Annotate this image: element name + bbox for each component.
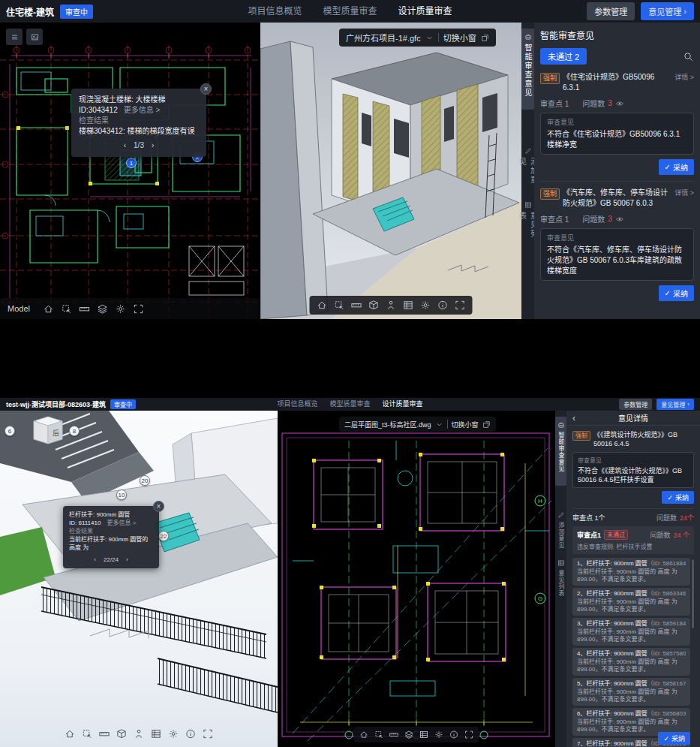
next-icon[interactable]: ›	[126, 556, 128, 564]
cad-drawing[interactable]	[0, 23, 260, 319]
search-icon[interactable]	[683, 51, 694, 62]
cad-viewport[interactable]: H G 二层平面图_t3-标高社区.dwg 切换小窗	[278, 411, 555, 747]
section-cube-icon[interactable]	[368, 300, 380, 311]
section-cube-icon[interactable]	[116, 728, 128, 739]
sheet-views-button[interactable]	[26, 29, 43, 45]
fullscreen-icon[interactable]	[455, 300, 466, 311]
tab-add-opinion[interactable]: 添加意见	[521, 143, 534, 191]
back-icon[interactable]: ‹	[572, 413, 575, 423]
chevron-down-icon[interactable]	[425, 34, 434, 42]
tab-project-info[interactable]: 项目信息概览	[248, 0, 302, 23]
layers-icon[interactable]	[97, 303, 108, 315]
drawing-file-name[interactable]: 二层平面图_t3-标高社区.dwg	[344, 420, 431, 429]
walkthrough-person-icon[interactable]	[386, 300, 397, 311]
tab-project-info[interactable]: 项目信息概览	[277, 398, 317, 411]
cad-drawing[interactable]: H G	[278, 411, 555, 747]
info-icon[interactable]	[449, 730, 459, 739]
settings-gear-icon[interactable]	[168, 728, 179, 739]
issue-item[interactable]: 2、栏杆扶手: 900mm 圆管（ID: 5863346） 当前栏杆扶手: 90…	[572, 588, 690, 616]
select-icon[interactable]	[61, 303, 72, 315]
cad-viewport[interactable]: 1 2 × 现浇混凝土楼梯: 大楼楼梯 ID:3043412更多信息 > 检查结…	[0, 23, 260, 319]
model-3d-viewport[interactable]: 广州方石项目-1#.gfc 切换小窗	[260, 23, 521, 319]
measure-icon[interactable]	[351, 300, 362, 311]
next-icon[interactable]: ›	[152, 140, 154, 151]
issue-marker[interactable]: 20	[140, 475, 150, 486]
issue-item[interactable]: 5、栏杆扶手: 900mm 圆管（ID: 5858167） 当前栏杆扶手: 90…	[572, 678, 690, 706]
visibility-eye-icon[interactable]	[615, 99, 624, 108]
accept-button[interactable]: ✓采纳	[659, 159, 694, 175]
switch-small-window-button[interactable]: 切换小窗	[452, 420, 479, 429]
issue-marker[interactable]: 8	[69, 426, 80, 436]
close-icon[interactable]: ×	[200, 83, 212, 95]
tab-smart-review[interactable]: 智能审查意见	[521, 29, 534, 110]
issue-marker[interactable]: 1	[126, 158, 137, 168]
tab-smart-review[interactable]: 智能审查意见	[555, 417, 566, 486]
detail-link[interactable]: 详情 >	[674, 188, 694, 198]
issue-item[interactable]: 4、栏杆扶手: 900mm 圆管（ID: 5857580） 当前栏杆扶手: 90…	[572, 648, 690, 676]
component-list-icon[interactable]	[151, 728, 162, 739]
prev-icon[interactable]: ‹	[94, 556, 96, 564]
layer-menu-button[interactable]	[6, 29, 23, 45]
tab-opinion-list[interactable]: 意见列表	[521, 197, 534, 245]
param-manage-button[interactable]: 参数管理	[619, 399, 652, 410]
prev-icon[interactable]: ‹	[124, 140, 126, 151]
tab-model-quality[interactable]: 模型质量审查	[329, 398, 370, 411]
accept-button[interactable]: ✓采纳	[659, 285, 694, 301]
layers-icon[interactable]	[404, 730, 414, 739]
opinion-manage-button[interactable]: 意见管理›	[641, 2, 694, 20]
chevron-down-icon[interactable]	[435, 420, 443, 429]
issue-marker[interactable]: 22	[158, 531, 169, 541]
info-icon[interactable]	[437, 300, 449, 311]
param-manage-button[interactable]: 参数管理	[587, 2, 635, 20]
scrollbar[interactable]	[692, 559, 694, 628]
home-icon[interactable]	[43, 303, 54, 315]
model-3d-viewport[interactable]: 后 6 8 20 10 22 × 栏杆扶手: 900mm 圆管 ID: 6111…	[0, 411, 278, 747]
issue-item[interactable]: 1、栏杆扶手: 900mm 圆管（ID: 5861884） 当前栏杆扶手: 90…	[572, 558, 690, 586]
home-icon[interactable]	[65, 728, 76, 739]
issue-item[interactable]: 3、栏杆扶手: 900mm 圆管（ID: 5859184） 当前栏杆扶手: 90…	[572, 618, 690, 646]
tab-design-quality[interactable]: 设计质量审查	[398, 0, 452, 23]
review-item[interactable]: 强制 《汽车库、修车库、停车场设计防火规范》GB 50067 6.0.3 详情 …	[540, 188, 694, 301]
component-list-icon[interactable]	[403, 300, 414, 311]
more-info-link[interactable]: 更多信息 >	[124, 106, 161, 114]
fullscreen-icon[interactable]	[203, 728, 214, 739]
home-icon[interactable]	[317, 300, 328, 311]
review-point-card[interactable]: 审查点1 未通过 问题数 24 个 违反审查规则: 栏杆扶手设置	[572, 526, 694, 554]
measure-icon[interactable]	[389, 730, 399, 739]
measure-icon[interactable]	[79, 303, 90, 315]
model-3d-view[interactable]: 后	[0, 411, 278, 747]
model-3d-view[interactable]	[260, 23, 521, 319]
select-icon[interactable]	[334, 300, 345, 311]
accept-button[interactable]: ✓采纳	[662, 491, 694, 504]
model-space-label[interactable]: Model	[8, 304, 30, 313]
component-list-icon[interactable]	[419, 730, 429, 739]
select-icon[interactable]	[374, 730, 384, 739]
fullscreen-icon[interactable]	[133, 303, 144, 315]
more-info-link[interactable]: 更多信息 >	[107, 520, 136, 526]
select-icon[interactable]	[82, 728, 93, 739]
detail-link[interactable]: 详情 >	[674, 72, 694, 83]
close-icon[interactable]: ×	[153, 501, 164, 512]
settings-gear-icon[interactable]	[434, 730, 444, 739]
tab-opinion-list[interactable]: 意见列表	[555, 555, 566, 598]
walkthrough-person-icon[interactable]	[134, 728, 145, 739]
accept-button-floating[interactable]: ✓采纳	[658, 732, 690, 745]
popout-icon[interactable]	[482, 420, 491, 429]
tab-add-opinion[interactable]: 添加意见	[555, 507, 566, 550]
filter-failed-button[interactable]: 未通过 2	[540, 48, 587, 65]
issue-marker[interactable]: 10	[116, 489, 127, 500]
home-icon[interactable]	[359, 730, 369, 739]
measure-icon[interactable]	[99, 728, 110, 739]
info-icon[interactable]	[185, 728, 197, 739]
settings-gear-icon[interactable]	[420, 300, 431, 311]
switch-small-window-button[interactable]: 切换小窗	[443, 32, 476, 44]
opinion-manage-button[interactable]: 意见管理›	[656, 399, 694, 410]
model-file-name[interactable]: 广州方石项目-1#.gfc	[346, 32, 421, 44]
review-item[interactable]: 强制 《住宅设计规范》GB50096 6.3.1 详情 > 审查点 1 问题数 …	[540, 72, 694, 175]
visibility-eye-icon[interactable]	[615, 215, 624, 224]
issue-list[interactable]: 1、栏杆扶手: 900mm 圆管（ID: 5861884） 当前栏杆扶手: 90…	[572, 558, 694, 747]
popout-icon[interactable]	[481, 34, 489, 42]
issue-marker[interactable]: 6	[5, 426, 15, 436]
tab-model-quality[interactable]: 模型质量审查	[323, 0, 377, 23]
view-cube[interactable]: 后	[34, 417, 62, 444]
